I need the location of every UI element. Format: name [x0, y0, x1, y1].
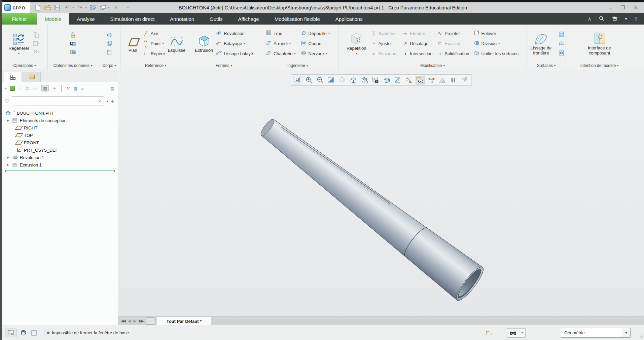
tab-model-tree[interactable] — [4, 72, 22, 82]
selection-filter[interactable]: Géométrie ▼ — [561, 328, 631, 338]
tree-search-input[interactable] — [14, 99, 98, 104]
collapse-ribbon-icon[interactable]: ∧ — [588, 16, 592, 22]
freestyle-icon[interactable] — [557, 49, 566, 57]
copy-button[interactable] — [32, 31, 41, 39]
import-data-icon[interactable] — [69, 31, 77, 39]
repere-button[interactable]: ∟Repère — [143, 49, 165, 59]
plan-button[interactable]: Plan — [126, 34, 140, 53]
trou-button[interactable]: Trou — [265, 29, 296, 38]
save-icon[interactable] — [54, 4, 61, 11]
tree-item-extrusion[interactable]: ▶ Extrusion 1 — [2, 161, 118, 168]
tree-filter-icon[interactable]: ⧨ — [66, 86, 70, 91]
notification-flag[interactable]: 1 — [485, 330, 492, 336]
group-label-reference[interactable]: Référence▾ — [120, 62, 191, 69]
new-file-icon[interactable] — [35, 4, 41, 11]
lissage-frontiere-button[interactable]: Lissage de frontière — [527, 31, 555, 56]
undo-dropdown-icon[interactable]: ▾ — [72, 6, 74, 9]
epaissir-button[interactable]: ⊏Epaissir — [437, 39, 469, 48]
add-filter-icon[interactable]: + — [111, 98, 114, 105]
arrondi-button[interactable]: Arrondi▾ — [265, 39, 296, 48]
chanfrein-button[interactable]: Chanfrein▾ — [265, 49, 296, 59]
extrusion-button[interactable]: Extrusion — [195, 34, 213, 53]
close-button[interactable]: ✕ — [634, 5, 638, 11]
style-surface-icon[interactable] — [557, 39, 566, 47]
tab-simulation[interactable]: Simulation en direct — [103, 13, 163, 25]
clear-search-icon[interactable]: ✕ — [98, 99, 102, 104]
model-canvas[interactable] — [118, 70, 644, 316]
window-switch-icon[interactable] — [100, 4, 106, 11]
expand-list-icon[interactable]: ≣ — [26, 85, 30, 91]
nervure-button[interactable]: Nervure▾ — [300, 49, 330, 59]
learning-connector-icon[interactable] — [612, 16, 618, 22]
tree-item-top[interactable]: TOP — [2, 131, 118, 139]
tab-annotation[interactable]: Annotation — [162, 13, 202, 25]
tab-folder-browser[interactable] — [23, 72, 41, 82]
web-browser-icon[interactable] — [19, 329, 27, 337]
part-bouchton4[interactable] — [252, 109, 487, 303]
point-button[interactable]: ×××Point▾ — [143, 39, 165, 48]
group-label-operations[interactable]: Opérations▾ — [2, 62, 47, 69]
division-button[interactable]: Division▾ — [473, 39, 519, 48]
expander-icon[interactable]: ▶ — [6, 119, 10, 122]
tab-modele[interactable]: Modèle — [37, 13, 69, 25]
etendre-button[interactable]: ⇥Etendre — [402, 29, 432, 38]
tree-options-icon[interactable]: ⋮ — [19, 86, 22, 90]
orientation-tab-active[interactable]: Tout Par Défaut * — [157, 317, 212, 325]
revolution-button[interactable]: Révolution — [216, 29, 253, 38]
esquisse-button[interactable]: Esquisse — [168, 34, 185, 53]
tree-item-csys[interactable]: PRT_CSYS_DEF — [2, 146, 118, 154]
tree-root[interactable]: ▲ BOUCHTON4.PRT — [2, 109, 118, 117]
group-label-get-data[interactable]: Obtenir les données▾ — [48, 62, 98, 69]
find-dropdown-icon[interactable]: ▼ — [519, 328, 526, 338]
tab-affichage[interactable]: Affichage — [230, 13, 266, 25]
minimize-button[interactable]: – — [609, 5, 612, 10]
toggle-navigator-icon[interactable] — [5, 329, 16, 337]
expander-icon[interactable]: ▶ — [6, 163, 10, 166]
group-label-bodies[interactable]: Corps▾ — [98, 62, 120, 69]
fill-surface-icon[interactable] — [557, 30, 566, 38]
more-tools-icon[interactable]: » — [81, 86, 84, 91]
import-image-icon[interactable] — [69, 48, 77, 56]
tree-item-right[interactable]: RIGHT — [2, 124, 118, 131]
body-sphere-icon[interactable] — [105, 31, 114, 39]
prev-view-icon[interactable]: ◀ — [128, 319, 131, 323]
group-label-model-intent[interactable]: Intention de modèle▾ — [566, 62, 633, 69]
tree-item-design-items[interactable]: ▶ Eléments de conception — [2, 117, 118, 124]
enlever-button[interactable]: Enlever — [473, 29, 519, 38]
next-view-icon[interactable]: ▶ — [133, 319, 136, 323]
depouille-button[interactable]: Dépouille▾ — [300, 29, 330, 38]
repetition-button[interactable]: Répétition ▾ — [347, 32, 366, 55]
search-icon[interactable] — [599, 16, 604, 22]
delete-button[interactable]: ✕▾ — [32, 48, 41, 56]
insert-here-indicator[interactable] — [5, 171, 115, 171]
import-session-icon[interactable] — [69, 39, 77, 47]
open-file-icon[interactable] — [44, 4, 51, 11]
interface-composant-button[interactable]: Interface de composant — [581, 31, 618, 56]
learning-dropdown-icon[interactable]: ▾ — [625, 16, 627, 21]
tab-analyse[interactable]: Analyse — [69, 13, 102, 25]
close-window-icon[interactable]: ✕ — [113, 4, 119, 11]
redo-dropdown-icon[interactable]: ▾ — [85, 6, 87, 9]
active-part-icon[interactable] — [10, 86, 15, 91]
group-label-shapes[interactable]: Formes▾ — [191, 62, 257, 69]
graphics-viewport[interactable]: x// — [118, 70, 644, 316]
lissage-balaye-button[interactable]: Lissage balayé — [216, 49, 253, 59]
group-label-engineering[interactable]: Ingénierie▾ — [257, 62, 338, 69]
intersection-button[interactable]: ◑Intersection — [402, 49, 432, 59]
regenerate-quick-icon[interactable] — [90, 4, 97, 11]
body-copy-icon[interactable] — [105, 39, 114, 47]
tree-columns-icon[interactable]: ▦ — [41, 85, 49, 91]
tab-modelisation-flexible[interactable]: Modélisation flexible — [267, 13, 328, 25]
coque-button[interactable]: Coque — [300, 39, 330, 48]
paste-button[interactable]: ▾ — [32, 39, 41, 47]
group-label-modification[interactable]: Modification▾ — [338, 62, 527, 69]
regenerate-button[interactable]: Régénérer ▾ — [8, 32, 29, 55]
fullscreen-icon[interactable] — [30, 329, 38, 337]
tab-outils[interactable]: Outils — [202, 13, 230, 25]
search-tool[interactable]: ▼ — [507, 328, 526, 338]
search-dropdown-icon[interactable]: ▾ — [107, 100, 108, 103]
tree-search-box[interactable]: ✕ — [12, 97, 104, 106]
tree-display-icon[interactable]: ▥ — [74, 86, 78, 91]
maximize-button[interactable]: ❐ — [620, 5, 625, 11]
selection-filter-dropdown-icon[interactable]: ▼ — [622, 328, 630, 337]
